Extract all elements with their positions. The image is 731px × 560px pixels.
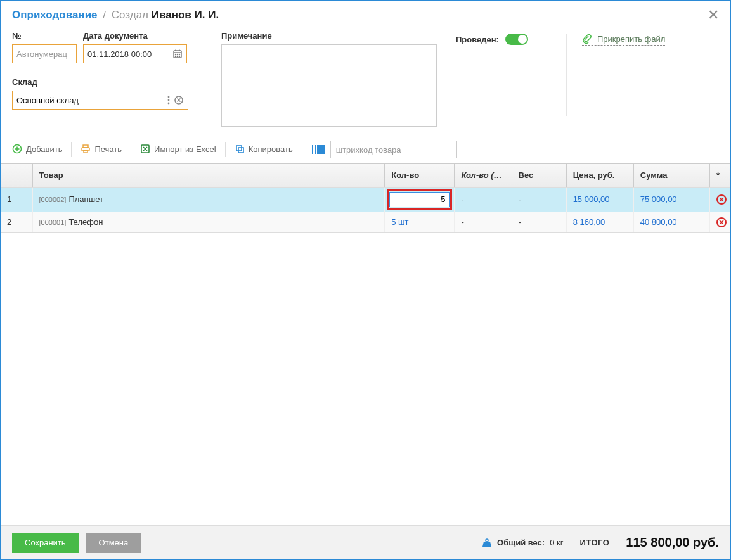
warehouse-input[interactable] [16,96,164,105]
import-excel-button[interactable]: Импорт из Excel [140,144,216,155]
calendar-icon[interactable] [172,49,183,59]
row-sku: [000002] [39,196,67,203]
row-price[interactable]: 8 160,00 [566,212,633,232]
cancel-button[interactable]: Отмена [86,533,141,553]
row-name: Планшет [68,194,103,204]
more-icon[interactable] [164,95,174,105]
col-qty[interactable]: Кол-во [385,164,455,187]
row-weight: - [512,212,566,232]
row-name: Телефон [68,217,103,227]
total-weight: Общий вес: 0 кг [482,538,563,548]
svg-point-4 [175,54,176,54]
note-area[interactable] [221,44,437,127]
date-input-wrap[interactable] [83,44,187,63]
row-sum[interactable]: 75 000,00 [633,187,709,212]
row-qty-cell[interactable]: 5 шт [385,212,455,232]
svg-point-12 [168,103,170,105]
note-label: Примечание [221,31,437,41]
col-sum[interactable]: Сумма [633,164,709,187]
svg-rect-28 [314,145,314,154]
row-delete[interactable] [709,187,730,212]
clear-icon[interactable] [174,95,184,105]
posted-label: Проведен: [456,35,499,44]
row-qty-cell[interactable] [385,187,455,212]
svg-point-5 [177,54,178,54]
note-textarea[interactable] [226,49,432,122]
copy-icon [235,144,245,154]
add-button[interactable]: Добавить [12,144,62,155]
svg-point-9 [179,56,179,56]
paperclip-icon [582,34,592,44]
warehouse-label: Склад [12,77,202,87]
svg-rect-30 [317,145,318,154]
number-input[interactable] [16,49,72,59]
page-title: Оприходование / Создал Иванов И. И. [12,9,219,22]
barcode-input[interactable] [330,141,457,158]
weight-label: Общий вес: [497,538,545,547]
print-button[interactable]: Печать [81,144,122,155]
total-label: ИТОГО [579,538,609,547]
title-user: Иванов И. И. [152,9,219,21]
number-label: № [12,31,77,41]
date-input[interactable] [87,49,172,59]
svg-rect-25 [236,146,242,151]
number-input-wrap[interactable] [12,44,77,63]
copy-button[interactable]: Копировать [235,144,293,155]
row-product: [000002]Планшет [32,187,385,212]
row-index: 1 [1,187,32,212]
svg-rect-33 [321,145,323,154]
svg-rect-21 [84,150,87,153]
row-sku: [000001] [39,219,67,226]
weight-value: 0 кг [550,538,563,547]
excel-icon [140,144,150,154]
svg-rect-29 [315,145,316,154]
date-label: Дата документа [83,31,187,41]
items-table: Товар Кол-во Кол-во (… Вес Цена, руб. Су… [1,164,730,233]
weight-icon [482,538,492,548]
attach-file-label: Прикрепить файл [597,34,665,44]
delete-icon[interactable] [716,217,727,227]
row-price[interactable]: 15 000,00 [566,187,633,212]
svg-point-11 [168,99,170,101]
col-product[interactable]: Товар [32,164,385,187]
close-icon[interactable]: ✕ [708,8,719,22]
svg-point-10 [168,96,170,98]
plus-circle-icon [12,144,22,154]
svg-rect-26 [238,148,243,153]
svg-rect-31 [318,145,320,154]
toolbar: Добавить Печать Импорт из Excel Копирова… [1,136,730,163]
attach-file-link[interactable]: Прикрепить файл [582,34,665,46]
svg-point-8 [177,56,178,56]
delete-icon[interactable] [716,194,727,205]
col-price[interactable]: Цена, руб. [566,164,633,187]
svg-point-39 [486,539,488,542]
svg-rect-32 [320,145,321,154]
svg-point-6 [179,54,179,54]
svg-rect-27 [312,145,313,154]
qty-input[interactable] [389,192,450,207]
row-qty2: - [455,187,512,212]
row-delete[interactable] [709,212,730,232]
print-icon [81,144,91,154]
title-created-label: Создал [112,9,148,21]
table-row[interactable]: 2 [000001]Телефон 5 шт - - 8 160,00 40 8… [1,212,730,232]
row-index: 2 [1,212,32,232]
title-main: Оприходование [12,9,98,21]
col-weight[interactable]: Вес [512,164,566,187]
col-star[interactable]: * [709,164,730,187]
total-value: 115 800,00 руб. [626,535,719,550]
svg-rect-34 [323,145,325,154]
warehouse-select[interactable] [12,91,188,110]
col-qty2[interactable]: Кол-во (… [455,164,512,187]
save-button[interactable]: Сохранить [12,533,79,553]
posted-toggle[interactable] [505,34,528,45]
table-row[interactable]: 1 [000002]Планшет - - 15 000,00 75 000,0… [1,187,730,212]
row-sum[interactable]: 40 800,00 [633,212,709,232]
row-qty2: - [455,212,512,232]
row-product: [000001]Телефон [32,212,385,232]
barcode-icon [311,144,325,155]
svg-point-7 [175,56,176,56]
row-weight: - [512,187,566,212]
